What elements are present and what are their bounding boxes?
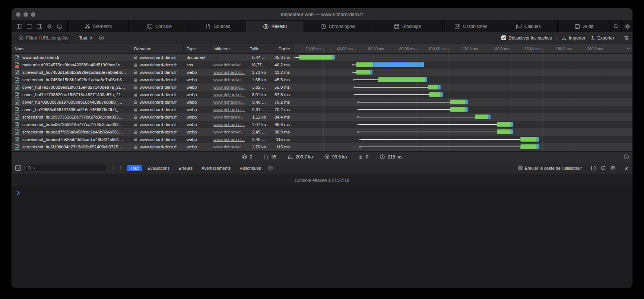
initiator-link[interactable]: www.richard-d… [213, 78, 245, 82]
scroll-up-icon[interactable] [626, 46, 631, 51]
reload-icon[interactable] [600, 165, 606, 171]
checkbox-unchecked-icon [518, 166, 523, 170]
initiator-link[interactable]: www.richard-d… [213, 130, 245, 134]
tab-sources[interactable]: Sources [190, 21, 247, 32]
initiator-link[interactable]: www.richard-d… [213, 145, 245, 149]
docpage-icon [263, 154, 269, 160]
network-request-row[interactable]: screenshot_huaead7fe26a8458fcac1a46b824a… [12, 128, 632, 136]
column-header-duration[interactable]: Durée [267, 44, 294, 53]
settings-tab[interactable] [622, 21, 632, 32]
waterfall-start-cap [357, 131, 359, 133]
network-request-row[interactable]: screenshot_hu6f10bb94e27e3d63b651409cb07… [12, 143, 632, 151]
ruler-label: 140,0 ms [493, 44, 509, 53]
request-type: webp [184, 115, 210, 119]
network-request-row[interactable]: cssmain.min.d9924575ec0bba420589a48d5190… [12, 61, 632, 69]
column-header-domain[interactable]: Domaine [131, 44, 184, 53]
other-filters-icon[interactable] [99, 35, 104, 41]
network-request-row[interactable]: www.richard-dern.frwww.richard-dern.frdo… [12, 54, 632, 61]
network-request-row[interactable]: screenshot_hu7453d15b6b2a929e1adaa8e7a06… [12, 76, 632, 84]
network-request-row[interactable]: screenshot_hu5c957353818e777ca27d3c3cba0… [12, 113, 632, 121]
column-header-name[interactable]: Nom [12, 44, 131, 53]
clear-console-icon[interactable] [610, 165, 616, 171]
dock-bottom-icon[interactable] [26, 23, 32, 29]
initiator-link[interactable]: www.richard-d… [213, 115, 245, 119]
network-request-row[interactable]: cover_huf7e1708829ea18f6715e48271400e87a… [12, 84, 632, 91]
waterfall-bar-blue [438, 85, 441, 89]
help-icon[interactable]: ? [624, 154, 629, 160]
dock-side-right-icon[interactable] [37, 23, 42, 29]
initiator-link[interactable]: www.richard-d… [213, 100, 245, 104]
resource-type-select[interactable]: Tout [79, 35, 93, 41]
tab-console[interactable]: Console [129, 21, 190, 32]
lock-icon [134, 85, 137, 89]
initiator-link[interactable]: www.richard-d… [213, 70, 245, 75]
emulate-user-gesture-checkbox[interactable]: Émuler le geste de l'utilisateur [518, 166, 582, 170]
close-window-button[interactable] [16, 12, 20, 17]
layers-icon [516, 23, 522, 29]
next-result-button[interactable] [117, 165, 124, 171]
previous-result-button[interactable] [110, 165, 117, 171]
import-button[interactable]: Importer [561, 35, 586, 41]
import-icon [561, 35, 567, 41]
tab-elements[interactable]: Éléments [68, 21, 129, 32]
disable-caches-checkbox[interactable]: Désactiver les caches [501, 35, 552, 41]
console-collapse-icon[interactable] [15, 165, 21, 171]
clear-network-items-icon[interactable] [624, 35, 629, 41]
waterfall-start-cap [359, 146, 361, 148]
initiator-link[interactable]: www.richard-d… [213, 107, 245, 112]
request-size: 2,49 … [250, 130, 267, 134]
network-status-bar: 235209,7 ko99,5 ko0215 ms? [12, 151, 632, 162]
initiator-link[interactable]: www.richard-d… [213, 122, 245, 127]
export-button[interactable]: Exporter [590, 35, 614, 41]
console-scope-avertissements[interactable]: Avertissements [198, 165, 234, 171]
device-settings-icon[interactable] [57, 23, 63, 29]
console-prompt[interactable] [12, 187, 632, 288]
initiator-link[interactable]: www.richard-d… [213, 92, 245, 97]
console-scope-evaluations[interactable]: Évaluations [144, 165, 173, 171]
network-table-header: Nom Domaine Type Initiateur Taille… Duré… [12, 44, 632, 54]
column-header-size[interactable]: Taille… [250, 44, 267, 53]
console-filter-icon[interactable] [267, 165, 273, 171]
column-header-type[interactable]: Type [184, 44, 210, 53]
network-request-row[interactable]: screenshot_hu5c957353818e777ca27d3c3cba0… [12, 121, 632, 128]
element-picker-icon[interactable] [47, 23, 53, 29]
network-request-row[interactable]: cover_hu70883c936197805bd916c4488876d0b0… [12, 106, 632, 113]
initiator-link[interactable]: www.richard-d… [213, 63, 245, 67]
tab-stockage[interactable]: Stockage [372, 21, 443, 32]
network-request-row[interactable]: cover_hu70883c936197805bd916c4488876d0b0… [12, 98, 632, 106]
expand-console-icon[interactable] [624, 166, 629, 170]
network-request-row[interactable]: screenshot_huaead7fe26a8458fcac1a46b824a… [12, 136, 632, 143]
search-tab[interactable] [610, 21, 622, 32]
request-size: 2,46 … [250, 137, 267, 142]
tab-audit[interactable]: Audit [558, 21, 610, 32]
console-scope-tout[interactable]: Tout [127, 165, 142, 171]
network-request-row[interactable]: screenshot_hu7453d15b6b2a929e1adaa8e7a06… [12, 69, 632, 76]
url-filter-input[interactable]: Filtrer l'URL complète [15, 34, 73, 42]
request-domain: www.richard-dern.fr [140, 115, 177, 119]
network-request-row[interactable]: cover_huf7e1708829ea18f6715e48271400e87a… [12, 91, 632, 98]
tab-reseau[interactable]: Réseau [246, 21, 304, 32]
tab-label: Console [155, 24, 172, 29]
waterfall-bar-blue [488, 114, 491, 119]
file-type-icon [15, 137, 19, 142]
waterfall-bar-blue [441, 92, 443, 97]
minimize-window-button[interactable] [23, 12, 28, 17]
tab-calques[interactable]: Calques [499, 21, 558, 32]
request-type: webp [184, 70, 210, 75]
waterfall-bar-blue [466, 107, 468, 112]
svg-text:css: css [16, 65, 18, 66]
column-header-initiator[interactable]: Initiateur [210, 44, 250, 53]
zoom-window-button[interactable] [31, 12, 35, 17]
console-scope-erreurs[interactable]: Erreurs [175, 165, 196, 171]
dock-side-left-icon[interactable] [16, 23, 22, 29]
tab-chronologies[interactable]: Chronologies [304, 21, 372, 32]
tab-graphismes[interactable]: Graphismes [443, 21, 499, 32]
initiator-link[interactable]: www.richard-d… [213, 85, 245, 89]
waterfall-wait-line [354, 94, 429, 95]
console-search-field[interactable] [24, 164, 107, 172]
javascript-context-icon[interactable]: JS [590, 165, 596, 171]
waterfall-bar-green [428, 85, 438, 89]
console-scope-historiques[interactable]: Historiques [236, 165, 264, 171]
waterfall-start-cap [357, 116, 359, 118]
initiator-link[interactable]: www.richard-d… [213, 137, 245, 142]
